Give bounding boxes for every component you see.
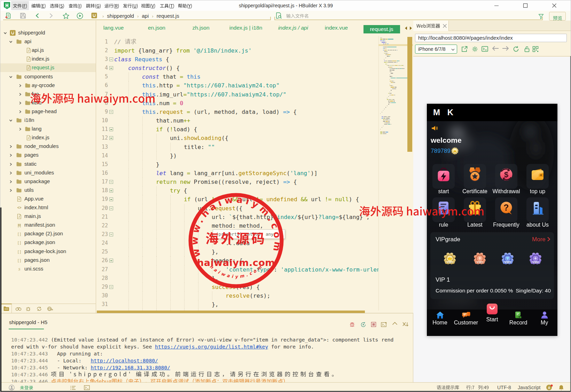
search-input[interactable]: [286, 11, 495, 20]
console-link[interactable]: https://vuejs.org/guide/list.html#key: [155, 344, 268, 350]
fold-marker-icon[interactable]: [109, 180, 113, 184]
phone-tab-Customer[interactable]: Customer: [453, 311, 479, 326]
line-number[interactable]: 17: [96, 178, 108, 186]
tree-item-page-head[interactable]: page-head: [0, 107, 96, 116]
editor-tab-index.js / api[interactable]: index.js / api: [274, 21, 312, 35]
phone-tab-My[interactable]: My: [531, 311, 557, 326]
line-number[interactable]: 27: [96, 265, 108, 274]
tree-item-node_modules[interactable]: node_modules: [0, 142, 96, 151]
fold-marker-icon[interactable]: [109, 136, 113, 140]
code-area[interactable]: 1// 2import {lang_arr} from '@/i18n/inde…: [96, 35, 378, 311]
phone-tab-Home[interactable]: Home: [427, 311, 453, 326]
tree-item-index.js[interactable]: Jindex.js: [0, 133, 96, 142]
tree-item-manifest.json[interactable]: [ ]manifest.json: [0, 221, 96, 229]
menu-item-9[interactable]: [178, 0, 194, 11]
device-selector[interactable]: iPhone 6/7/8: [415, 45, 457, 54]
line-number[interactable]: 16: [96, 169, 108, 178]
tree-item-index.js[interactable]: Jindex.js: [0, 55, 96, 63]
browser-forward-button[interactable]: [502, 46, 509, 51]
line-number[interactable]: 13: [96, 143, 108, 151]
browser-tab-close-button[interactable]: [443, 24, 447, 28]
run-button[interactable]: [77, 13, 83, 19]
console-new-terminal-button[interactable]: [381, 322, 387, 327]
line-number[interactable]: 18: [96, 186, 108, 195]
sidebar-tab-files[interactable]: [3, 306, 9, 311]
browser-console-button[interactable]: [482, 46, 488, 52]
grid-item-Certificate[interactable]: [464, 164, 486, 189]
fold-marker-icon[interactable]: [109, 66, 113, 70]
line-number[interactable]: 9: [96, 108, 108, 116]
tree-item-pages.json[interactable]: [ ]pages.json: [0, 256, 96, 265]
browser-qrcode-button[interactable]: [532, 46, 539, 52]
line-number[interactable]: 25: [96, 248, 108, 256]
editor-tab-lang.vue[interactable]: lang.vue: [96, 21, 133, 35]
line-number[interactable]: 26: [96, 256, 108, 265]
fold-marker-icon[interactable]: [109, 57, 113, 61]
console-stop-button[interactable]: [371, 322, 376, 327]
sidebar-tab-sync[interactable]: [36, 306, 42, 311]
url-input[interactable]: http://localhost:8080/#/pages/index/inde…: [415, 34, 567, 42]
tree-item-package.json[interactable]: [ ]package.json: [0, 238, 96, 247]
console-debug-button[interactable]: [349, 322, 355, 327]
tree-item-pages[interactable]: pages: [0, 151, 96, 159]
statusbar-terminal-button[interactable]: [84, 385, 90, 390]
browser-settings-button[interactable]: [472, 46, 478, 52]
vip-badge-VIP4[interactable]: VIP4: [529, 253, 542, 267]
line-number[interactable]: 14: [96, 151, 108, 160]
sidebar-tab-search[interactable]: [15, 307, 22, 311]
grid-item-Latest[interactable]: [464, 197, 486, 222]
line-number[interactable]: 6: [96, 81, 108, 90]
tree-item-static[interactable]: static: [0, 160, 96, 168]
line-number[interactable]: 15: [96, 160, 108, 169]
editor-tab-request.js[interactable]: request.js: [363, 25, 400, 33]
tree-item-package-lock.json[interactable]: [ ]package-lock.json: [0, 247, 96, 256]
grid-item-about Us[interactable]: [526, 197, 549, 222]
console-link[interactable]: http://localhost:8080/: [91, 358, 158, 363]
editor-tab-index.js | i18n[interactable]: index.js | i18n: [227, 21, 265, 35]
tab-scroll-right-button[interactable]: [409, 26, 413, 30]
preview-button[interactable]: [549, 12, 566, 21]
tree-item-uni.scss[interactable]: Suni.scss: [0, 265, 96, 273]
filter-button[interactable]: [538, 14, 544, 19]
bookmark-button[interactable]: [63, 13, 69, 19]
menu-item-6[interactable]: [123, 0, 140, 11]
browser-refresh-button[interactable]: [513, 46, 519, 52]
console-collapse-button[interactable]: [392, 322, 398, 325]
language-mode[interactable]: JavaScript: [518, 385, 540, 390]
vip-badge-VIP1[interactable]: VIP1: [443, 253, 457, 267]
tree-item-lang[interactable]: lang: [0, 125, 96, 133]
grid-item-top up[interactable]: [526, 164, 549, 189]
fold-marker-icon[interactable]: [109, 110, 113, 114]
fold-marker-icon[interactable]: [109, 259, 113, 262]
tree-item-uni_modules[interactable]: uni_modules: [0, 168, 96, 177]
line-number[interactable]: 19: [96, 195, 108, 204]
fold-marker-icon[interactable]: [109, 189, 113, 193]
editor-vertical-scrollbar[interactable]: [407, 37, 412, 152]
editor-tab-zh.json[interactable]: zh.json: [182, 21, 220, 35]
fold-marker-icon[interactable]: [109, 233, 113, 236]
window-minimize-button[interactable]: [494, 3, 499, 8]
fold-marker-icon[interactable]: [109, 127, 113, 131]
navigate-forward-button[interactable]: [49, 13, 54, 18]
menu-item-7[interactable]: [141, 0, 158, 11]
breadcrumb-item-api[interactable]: api: [142, 13, 149, 19]
navigate-back-button[interactable]: [35, 13, 40, 18]
editor-horizontal-scrollbar[interactable]: [97, 311, 365, 313]
line-number[interactable]: 7: [96, 90, 108, 99]
save-button[interactable]: [20, 13, 26, 19]
fold-marker-icon[interactable]: [109, 285, 113, 289]
sidebar-tab-web[interactable]: [47, 306, 53, 311]
line-number[interactable]: 8: [96, 99, 108, 108]
tree-item-index.html[interactable]: <>index.html: [0, 203, 96, 212]
breadcrumb-item-request.js[interactable]: request.js: [157, 13, 179, 19]
encoding-indicator[interactable]: UTF-8: [497, 385, 511, 390]
fold-marker-icon[interactable]: [109, 197, 113, 201]
tree-item-ay-qrcode[interactable]: ay-qrcode: [0, 81, 96, 90]
tab-start-bag-icon[interactable]: [487, 304, 498, 314]
window-maximize-button[interactable]: [523, 3, 528, 8]
sidebar-tab-debug[interactable]: [25, 306, 31, 311]
tree-item-main.js[interactable]: Jmain.js: [0, 212, 96, 221]
grid-item-Frequently[interactable]: ?: [495, 197, 517, 222]
line-number[interactable]: 29: [96, 283, 108, 291]
tree-item-components[interactable]: components: [0, 72, 96, 81]
